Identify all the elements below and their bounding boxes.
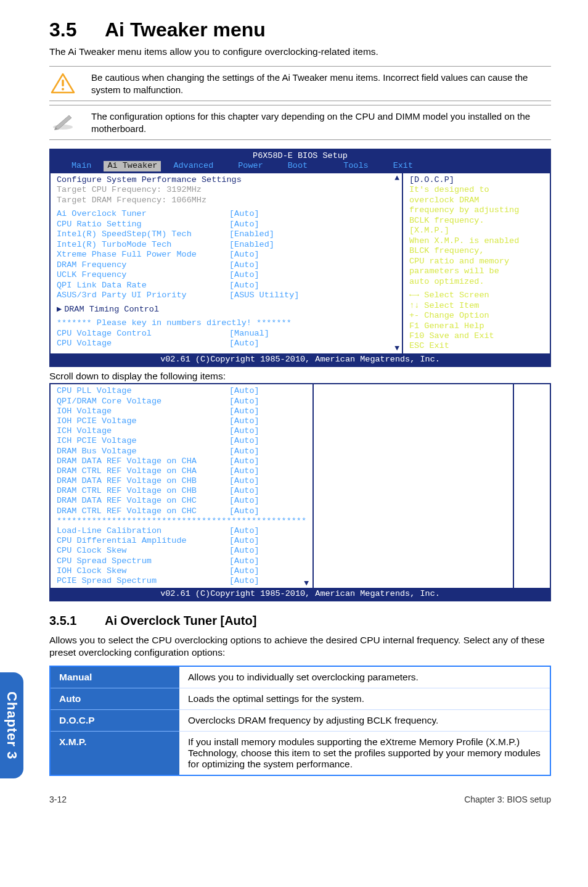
bios-item-row: IOH Voltage[Auto] <box>57 406 306 416</box>
bios-item-value: [Auto] <box>229 209 396 219</box>
section-heading: 3.5Ai Tweaker menu <box>49 19 551 41</box>
bios-item-label: CPU Spread Spectrum <box>57 556 229 566</box>
page-footer: 3-12 Chapter 3: BIOS setup <box>49 794 551 804</box>
option-key: Auto <box>50 688 179 709</box>
bios-item-row: DRAM DATA REF Voltage on CHA[Auto] <box>57 456 306 466</box>
bios-item-value: [Auto] <box>229 406 259 416</box>
bios-item-value: [Auto] <box>229 486 259 496</box>
scroll-down-icon: ▼ <box>394 344 399 353</box>
bios-item-row: DRAM CTRL REF Voltage on CHB[Auto] <box>57 486 306 496</box>
bios-item-row: CPU Ratio Setting[Auto] <box>57 220 396 229</box>
help-line: parameters will be <box>409 266 544 276</box>
bios-left-pane: ▲ Configure System Performance Settings … <box>51 173 403 353</box>
bios-item-value: [Auto] <box>229 476 259 486</box>
subsection-title-text: Ai Overclock Tuner [Auto] <box>105 614 256 627</box>
bios-item-row: PCIE Spread Spectrum[Auto] <box>57 576 306 586</box>
bios-item-row: IOH Clock Skew[Auto] <box>57 566 306 576</box>
bios-item-value: [Manual] <box>229 329 396 339</box>
option-key: D.O.C.P <box>50 709 179 731</box>
bios-item-row: Xtreme Phase Full Power Mode[Auto] <box>57 250 396 260</box>
caution-note: Be cautious when changing the settings o… <box>49 66 551 101</box>
section-number: 3.5 <box>49 19 105 41</box>
section-title-text: Ai Tweaker menu <box>105 19 266 41</box>
dram-timing-control: ▶DRAM Timing Control <box>57 305 396 315</box>
bios-item-row: CPU PLL Voltage[Auto] <box>57 386 306 396</box>
bios-item-row: DRAM Bus Voltage[Auto] <box>57 447 306 456</box>
bios-item-value: [Auto] <box>229 506 259 516</box>
bios-item-value: [Auto] <box>229 556 259 566</box>
info-text: The configuration options for this chapt… <box>91 110 551 134</box>
lead-paragraph: The Ai Tweaker menu items allow you to c… <box>49 46 551 57</box>
bios-item-value: [Auto] <box>229 576 259 586</box>
bios-item-value: [Auto] <box>229 546 259 556</box>
bios-item-label: DRAM DATA REF Voltage on CHC <box>57 496 229 506</box>
bios-item-label: CPU Clock Skew <box>57 546 229 556</box>
bios-footer: v02.61 (C)Copyright 1985-2010, American … <box>51 353 550 366</box>
option-key: X.M.P. <box>50 731 179 775</box>
bios-item-label: IOH PCIE Voltage <box>57 416 229 426</box>
target-dram: Target DRAM Frequency: 1066MHz <box>57 196 396 205</box>
option-key: Manual <box>50 666 179 688</box>
bios-menubar: Main Ai Tweaker Advanced Power Boot Tool… <box>51 161 550 173</box>
bios-item-value: [Auto] <box>229 536 259 546</box>
bios-item-value: [Auto] <box>229 386 259 396</box>
help-line: BCLK frequency. <box>409 216 544 226</box>
help-line: [X.M.P.] <box>409 226 544 236</box>
bios-item-label: DRAM Frequency <box>57 260 229 270</box>
pencil-icon <box>49 110 76 130</box>
bios-item-label: ICH PCIE Voltage <box>57 436 229 446</box>
bios-item-label: CPU Differential Amplitude <box>57 536 229 546</box>
bios2-mid-pane <box>314 384 514 588</box>
bios-item-row: UCLK Frequency[Auto] <box>57 270 396 280</box>
bios-item-value: [Auto] <box>229 566 259 576</box>
menu-ai-tweaker: Ai Tweaker <box>104 161 161 171</box>
footer-chapter: Chapter 3: BIOS setup <box>464 794 551 804</box>
help-line: BLCK frequency, <box>409 246 544 256</box>
bios-item-value: [Auto] <box>229 397 259 406</box>
bios-left-header: Configure System Performance Settings <box>57 175 396 185</box>
table-row: AutoLoads the optimal settings for the s… <box>50 688 550 709</box>
bios2-left-pane: CPU PLL Voltage[Auto]QPI/DRAM Core Volta… <box>51 384 314 588</box>
bios-item-value: [Auto] <box>229 426 259 436</box>
menu-boot: Boot <box>276 161 320 171</box>
bios-item-row: DRAM CTRL REF Voltage on CHA[Auto] <box>57 466 306 476</box>
bios-item-row: Load-Line Calibration[Auto] <box>57 526 306 536</box>
bios-item-row: Intel(R) TurboMode Tech[Enabled] <box>57 240 396 250</box>
bios-item-label: ASUS/3rd Party UI Priority <box>57 291 229 300</box>
help-line: overclock DRAM <box>409 196 544 205</box>
bios-item-value: [Auto] <box>229 416 259 426</box>
bios-item-label: ICH Voltage <box>57 426 229 436</box>
bios-item-row: Ai Overclock Tuner[Auto] <box>57 209 396 219</box>
subsection-heading: 3.5.1Ai Overclock Tuner [Auto] <box>49 614 551 628</box>
table-row: X.M.P.If you install memory modules supp… <box>50 731 550 775</box>
bios-screen-main: P6X58D-E BIOS Setup Main Ai Tweaker Adva… <box>49 149 551 367</box>
table-row: ManualAllows you to individually set ove… <box>50 666 550 688</box>
bios-item-value: [Auto] <box>229 270 396 280</box>
bios-item-value: [Auto] <box>229 447 259 456</box>
scroll-caption: Scroll down to display the following ite… <box>49 371 551 382</box>
footer-page-number: 3-12 <box>49 794 67 804</box>
bios-item-row: QPI Link Data Rate[Auto] <box>57 281 396 291</box>
option-desc: Allows you to individually set overclock… <box>179 666 550 688</box>
bios-item-row: DRAM Frequency[Auto] <box>57 260 396 270</box>
scroll-up-icon: ▲ <box>394 173 399 183</box>
bios-item-label: DRAM DATA REF Voltage on CHA <box>57 456 229 466</box>
bios-item-label: DRAM CTRL REF Voltage on CHA <box>57 466 229 476</box>
bios-item-label: Load-Line Calibration <box>57 526 229 536</box>
bios-item-label: DRAM CTRL REF Voltage on CHB <box>57 486 229 496</box>
bios-item-row: IOH PCIE Voltage[Auto] <box>57 416 306 426</box>
bios-item-value: [Auto] <box>229 526 259 536</box>
bios-item-row: ICH Voltage[Auto] <box>57 426 306 436</box>
target-cpu: Target CPU Frequency: 3192MHz <box>57 185 396 195</box>
menu-main: Main <box>59 161 104 171</box>
bios-item-row: ICH PCIE Voltage[Auto] <box>57 436 306 446</box>
bios-item-row: CPU Clock Skew[Auto] <box>57 546 306 556</box>
bios-item-row: DRAM DATA REF Voltage on CHB[Auto] <box>57 476 306 486</box>
help-line: It's designed to <box>409 185 544 195</box>
bios-item-label: CPU Voltage <box>57 339 229 349</box>
help-line: CPU ratio and memory <box>409 257 544 266</box>
menu-advanced: Advanced <box>161 161 226 171</box>
options-table: ManualAllows you to individually set ove… <box>49 666 551 776</box>
subsection-number: 3.5.1 <box>49 614 105 628</box>
subsection-body: Allows you to select the CPU overclockin… <box>49 634 551 659</box>
